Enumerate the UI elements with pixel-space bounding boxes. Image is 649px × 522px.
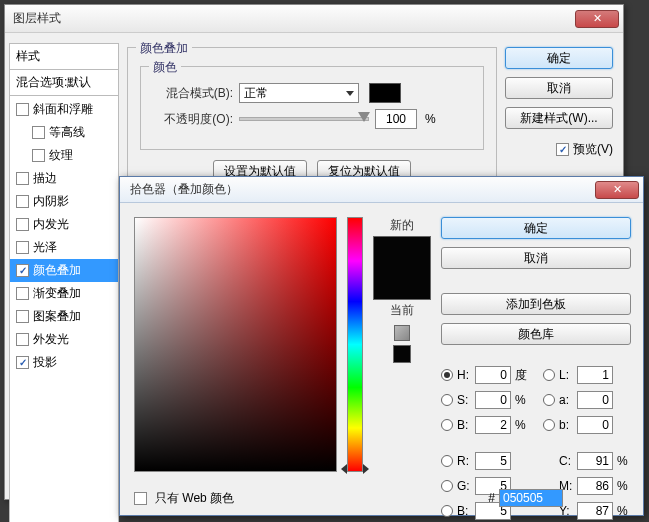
section-legend: 颜色叠加 <box>136 40 192 57</box>
layer-style-title: 图层样式 <box>9 10 575 27</box>
picker-cancel-button[interactable]: 取消 <box>441 247 631 269</box>
style-checkbox[interactable] <box>32 149 45 162</box>
color-picker-dialog: 拾色器（叠加颜色） 新的 当前 确定 取消 添加到色板 颜色库 H:0度 <box>119 176 644 516</box>
style-checkbox[interactable] <box>16 195 29 208</box>
close-icon[interactable] <box>575 10 619 28</box>
inner-legend: 颜色 <box>149 59 181 76</box>
close-icon[interactable] <box>595 181 639 199</box>
blend-options-default[interactable]: 混合选项:默认 <box>9 70 119 96</box>
opacity-slider[interactable] <box>239 117 369 121</box>
h-radio[interactable] <box>441 369 453 381</box>
r-input[interactable]: 5 <box>475 452 511 470</box>
style-checkbox[interactable] <box>16 310 29 323</box>
style-item-8[interactable]: 渐变叠加 <box>10 282 118 305</box>
b-hsb-input[interactable]: 2 <box>475 416 511 434</box>
style-item-5[interactable]: 内发光 <box>10 213 118 236</box>
style-label: 光泽 <box>33 239 57 256</box>
style-checkbox[interactable] <box>16 333 29 346</box>
overlay-color-swatch[interactable] <box>369 83 401 103</box>
opacity-input[interactable]: 100 <box>375 109 417 129</box>
styles-list: 斜面和浮雕等高线纹理描边内阴影内发光光泽颜色叠加渐变叠加图案叠加外发光投影 <box>9 96 119 522</box>
style-item-11[interactable]: 投影 <box>10 351 118 374</box>
s-radio[interactable] <box>441 394 453 406</box>
opacity-unit: % <box>425 112 436 126</box>
hex-hash: # <box>488 491 495 505</box>
style-checkbox[interactable] <box>16 218 29 231</box>
style-label: 纹理 <box>49 147 73 164</box>
style-checkbox[interactable] <box>16 264 29 277</box>
style-checkbox[interactable] <box>16 103 29 116</box>
a-radio[interactable] <box>543 394 555 406</box>
r-radio[interactable] <box>441 455 453 467</box>
hex-input[interactable]: 050505 <box>499 489 563 507</box>
color-libraries-button[interactable]: 颜色库 <box>441 323 631 345</box>
style-item-7[interactable]: 颜色叠加 <box>10 259 118 282</box>
new-style-button[interactable]: 新建样式(W)... <box>505 107 613 129</box>
styles-panel: 样式 混合选项:默认 斜面和浮雕等高线纹理描边内阴影内发光光泽颜色叠加渐变叠加图… <box>9 43 119 522</box>
style-checkbox[interactable] <box>16 287 29 300</box>
color-picker-title: 拾色器（叠加颜色） <box>124 181 595 198</box>
b-lab-radio[interactable] <box>543 419 555 431</box>
hue-slider[interactable] <box>347 217 363 472</box>
layer-style-titlebar[interactable]: 图层样式 <box>5 5 623 33</box>
current-color-label: 当前 <box>390 302 414 319</box>
style-label: 内阴影 <box>33 193 69 210</box>
style-item-9[interactable]: 图案叠加 <box>10 305 118 328</box>
blend-mode-label: 混合模式(B): <box>153 85 233 102</box>
web-colors-label: 只有 Web 颜色 <box>155 490 234 507</box>
gamut-warning-icon[interactable] <box>394 325 410 341</box>
web-colors-checkbox[interactable] <box>134 492 147 505</box>
style-checkbox[interactable] <box>16 241 29 254</box>
style-item-0[interactable]: 斜面和浮雕 <box>10 98 118 121</box>
style-label: 渐变叠加 <box>33 285 81 302</box>
style-checkbox[interactable] <box>16 356 29 369</box>
styles-header[interactable]: 样式 <box>9 43 119 70</box>
b-hsb-radio[interactable] <box>441 419 453 431</box>
color-picker-titlebar[interactable]: 拾色器（叠加颜色） <box>120 177 643 203</box>
style-label: 图案叠加 <box>33 308 81 325</box>
l-radio[interactable] <box>543 369 555 381</box>
l-input[interactable]: 1 <box>577 366 613 384</box>
style-item-10[interactable]: 外发光 <box>10 328 118 351</box>
style-item-3[interactable]: 描边 <box>10 167 118 190</box>
websafe-swatch[interactable] <box>393 345 411 363</box>
preview-checkbox[interactable] <box>556 143 569 156</box>
style-label: 等高线 <box>49 124 85 141</box>
style-label: 内发光 <box>33 216 69 233</box>
style-item-4[interactable]: 内阴影 <box>10 190 118 213</box>
opacity-label: 不透明度(O): <box>153 111 233 128</box>
new-current-swatch[interactable] <box>373 236 431 300</box>
a-input[interactable]: 0 <box>577 391 613 409</box>
style-item-2[interactable]: 纹理 <box>10 144 118 167</box>
style-item-6[interactable]: 光泽 <box>10 236 118 259</box>
c-input[interactable]: 91 <box>577 452 613 470</box>
style-label: 颜色叠加 <box>33 262 81 279</box>
chevron-down-icon <box>346 91 354 96</box>
style-label: 斜面和浮雕 <box>33 101 93 118</box>
s-input[interactable]: 0 <box>475 391 511 409</box>
cancel-button[interactable]: 取消 <box>505 77 613 99</box>
style-label: 描边 <box>33 170 57 187</box>
style-checkbox[interactable] <box>32 126 45 139</box>
blend-mode-select[interactable]: 正常 <box>239 83 359 103</box>
style-checkbox[interactable] <box>16 172 29 185</box>
ok-button[interactable]: 确定 <box>505 47 613 69</box>
saturation-value-field[interactable] <box>134 217 337 472</box>
style-label: 外发光 <box>33 331 69 348</box>
b-lab-input[interactable]: 0 <box>577 416 613 434</box>
add-to-swatches-button[interactable]: 添加到色板 <box>441 293 631 315</box>
h-input[interactable]: 0 <box>475 366 511 384</box>
style-item-1[interactable]: 等高线 <box>10 121 118 144</box>
style-label: 投影 <box>33 354 57 371</box>
new-color-label: 新的 <box>390 217 414 234</box>
preview-label: 预览(V) <box>573 141 613 158</box>
picker-ok-button[interactable]: 确定 <box>441 217 631 239</box>
